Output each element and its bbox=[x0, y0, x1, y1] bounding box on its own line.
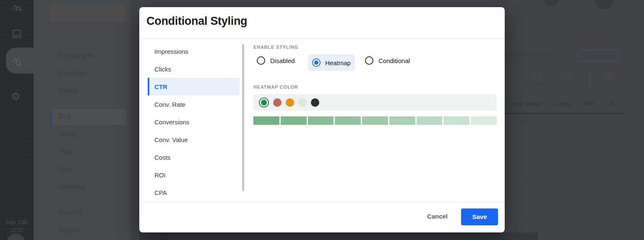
swatch-orange[interactable] bbox=[286, 98, 294, 107]
metric-item-costs[interactable]: Costs bbox=[148, 148, 240, 166]
toolbar-item-email-pdf[interactable]: Email PDF bbox=[522, 81, 552, 87]
sidebar-time: 12:52 bbox=[0, 226, 34, 234]
save-button[interactable]: Save bbox=[461, 208, 498, 225]
table-cell: $0 bbox=[541, 177, 571, 184]
toolbar-item-columns[interactable]: Columns bbox=[593, 81, 623, 87]
table-row: $573 $0 0% $0 bbox=[506, 137, 618, 143]
nav-item-campaigns[interactable]: Campaigns bbox=[59, 52, 93, 60]
metric-item-conversions[interactable]: Conversions bbox=[148, 113, 240, 131]
header-card bbox=[50, 3, 126, 22]
table-cell: $573 bbox=[506, 137, 541, 143]
table-cell: 0% bbox=[571, 198, 594, 204]
nav-item-zones[interactable]: Zones bbox=[59, 87, 77, 95]
table-cell: 0% bbox=[571, 119, 594, 125]
gradient-segment bbox=[417, 116, 443, 125]
swatch-black[interactable] bbox=[311, 98, 319, 107]
metric-item-impressions[interactable]: Impressions bbox=[148, 42, 240, 60]
table-cell: 0% bbox=[571, 157, 594, 164]
nav-item-year[interactable]: Year bbox=[59, 148, 72, 156]
col-conv-value[interactable]: Conv. Value bbox=[506, 100, 541, 107]
enable-styling-label: ENABLE STYLING bbox=[253, 45, 298, 50]
modal-title: Conditional Styling bbox=[146, 15, 247, 28]
table-header-underline bbox=[506, 113, 624, 114]
avatar[interactable] bbox=[7, 234, 25, 240]
table-cell: $1,338 bbox=[506, 177, 541, 184]
metric-item-roi[interactable]: ROI bbox=[148, 166, 240, 184]
table-row: $1,814 $0 0% $0 bbox=[506, 218, 618, 224]
radio-option-disabled[interactable]: Disabled bbox=[257, 56, 295, 65]
gradient-segment bbox=[389, 116, 415, 125]
download-icon bbox=[566, 72, 574, 79]
modal-header-divider bbox=[139, 38, 505, 39]
metric-item-ctr[interactable]: CTR bbox=[148, 78, 240, 95]
table-cell: $0 bbox=[594, 177, 618, 184]
gradient-segment bbox=[335, 116, 361, 125]
table-header-row: Conv. Value Costs ROI CPA bbox=[506, 100, 618, 107]
gradient-segment bbox=[362, 116, 388, 125]
sidebar-date: Sep 13th bbox=[0, 218, 34, 226]
table-row: $62,739 $0 0% $0 bbox=[506, 119, 618, 125]
radio-label: Heatmap bbox=[325, 59, 351, 66]
nav-selected-row-bar bbox=[51, 109, 52, 125]
table-cell: $0 bbox=[594, 198, 618, 204]
sidebar-datetime: Sep 13th 12:52 bbox=[0, 218, 34, 234]
table-cell: $0 bbox=[594, 157, 618, 164]
modal-footer-divider bbox=[139, 202, 505, 202]
metric-list-scrollbar[interactable] bbox=[242, 44, 244, 191]
table-footer-band bbox=[139, 232, 538, 240]
table-cell: $0 bbox=[541, 119, 571, 125]
email-pdf-icon bbox=[532, 72, 542, 79]
columns-icon bbox=[604, 72, 613, 79]
gear-icon[interactable]: ⚙ bbox=[11, 90, 20, 103]
analytics-report-icon[interactable] bbox=[11, 55, 23, 66]
gradient-segment bbox=[471, 116, 497, 125]
metric-item-cpa[interactable]: CPA bbox=[148, 184, 240, 201]
nav-item-hour[interactable]: Hour bbox=[59, 166, 73, 174]
table-cell: $0 bbox=[594, 218, 618, 224]
gradient-segment bbox=[443, 116, 469, 125]
nav-item-country[interactable]: Country bbox=[59, 209, 82, 217]
radio-circle-icon[interactable] bbox=[257, 56, 265, 65]
radio-option-conditional[interactable]: Conditional bbox=[365, 56, 410, 65]
col-roi[interactable]: ROI bbox=[571, 100, 594, 107]
radio-label: Conditional bbox=[378, 57, 410, 64]
swatch-terracotta[interactable] bbox=[273, 98, 282, 107]
swatch-mint[interactable] bbox=[298, 98, 307, 107]
icon-rail-sidebar: ⚙ Sep 13th 12:52 bbox=[0, 0, 34, 240]
gradient-segment bbox=[308, 116, 334, 125]
nav-item-month[interactable]: Month bbox=[59, 130, 77, 139]
col-cpa[interactable]: CPA bbox=[594, 100, 618, 107]
table-cell: 0% bbox=[571, 177, 594, 184]
metric-item-conv-rate[interactable]: Conv. Rate bbox=[148, 95, 240, 113]
color-swatch-bar bbox=[253, 94, 497, 111]
toolbar-divider bbox=[590, 69, 590, 88]
row-checkbox[interactable] bbox=[161, 234, 167, 240]
metric-item-clicks[interactable]: Clicks bbox=[148, 60, 240, 78]
cancel-button[interactable]: Cancel bbox=[427, 213, 448, 220]
nav-item-weekday[interactable]: Weekday bbox=[59, 183, 86, 192]
radio-circle-icon[interactable] bbox=[365, 56, 373, 65]
table-cell: $0 bbox=[541, 198, 571, 204]
table-cell: 0% bbox=[571, 218, 594, 224]
table-cell: $1,707 bbox=[506, 198, 541, 204]
gradient-segment bbox=[281, 116, 307, 125]
table-cell: $62,739 bbox=[506, 119, 541, 125]
get-free-demo-button[interactable]: Get a free demo bbox=[577, 50, 619, 61]
nav-item-day[interactable]: Day bbox=[59, 113, 71, 121]
swatch-green-selected[interactable] bbox=[259, 98, 269, 108]
table-cell: $0 bbox=[541, 218, 571, 224]
table-cell: 0% bbox=[571, 137, 594, 143]
mountains-logo-icon[interactable] bbox=[11, 3, 22, 13]
gradient-segment bbox=[253, 116, 279, 125]
radio-circle-selected-icon[interactable] bbox=[312, 58, 321, 67]
nav-item-creatives[interactable]: Creatives bbox=[59, 69, 87, 78]
metric-item-conv-value[interactable]: Conv. Value bbox=[148, 131, 240, 148]
table-cell: $0 bbox=[594, 119, 618, 125]
radio-label: Disabled bbox=[270, 57, 295, 64]
col-costs[interactable]: Costs bbox=[541, 100, 571, 107]
radio-option-heatmap[interactable]: Heatmap bbox=[308, 54, 355, 71]
laptop-icon[interactable] bbox=[11, 29, 22, 39]
nav-item-region[interactable]: Region bbox=[59, 227, 80, 235]
table-cell: $1,467 bbox=[506, 157, 541, 164]
toolbar-item-download[interactable]: Download bbox=[555, 81, 584, 87]
